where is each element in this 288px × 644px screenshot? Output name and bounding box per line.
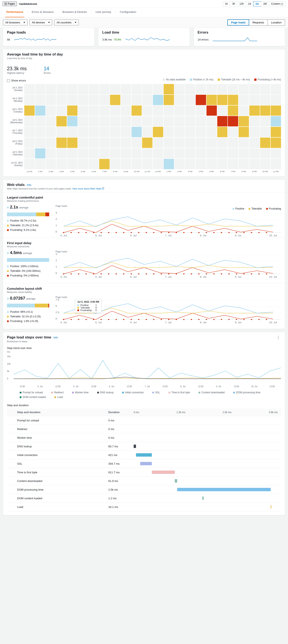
heatmap-cell[interactable] <box>249 148 260 159</box>
heatmap-cell[interactable] <box>121 127 131 137</box>
heatmap-cell[interactable] <box>196 148 206 159</box>
heatmap-cell[interactable] <box>217 116 228 126</box>
heatmap-cell[interactable] <box>132 138 142 148</box>
heatmap-cell[interactable] <box>142 159 152 169</box>
tab-browsers-devices[interactable]: Browsers & Devices <box>61 8 88 17</box>
heatmap-cell[interactable] <box>110 84 120 94</box>
segment-page-loads[interactable]: Page loads <box>227 20 249 26</box>
heatmap-cell[interactable] <box>185 148 195 159</box>
heatmap-cell[interactable] <box>239 159 249 169</box>
heatmap-cell[interactable] <box>24 116 35 126</box>
heatmap-cell[interactable] <box>132 116 142 126</box>
heatmap-cell[interactable] <box>239 106 249 116</box>
heatmap-cell[interactable] <box>174 127 185 137</box>
heatmap-cell[interactable] <box>217 106 228 116</box>
kebab-menu-icon[interactable]: ⋮ <box>275 335 281 340</box>
heatmap-cell[interactable] <box>46 159 56 169</box>
tab-configuration[interactable]: Configuration <box>119 8 137 17</box>
heatmap-cell[interactable] <box>228 127 238 137</box>
heatmap-cell[interactable] <box>35 116 45 126</box>
heatmap-cell[interactable] <box>35 159 45 169</box>
heatmap-cell[interactable] <box>67 95 78 105</box>
heatmap-cell[interactable] <box>89 116 99 126</box>
heatmap-cell[interactable] <box>196 95 206 105</box>
heatmap-cell[interactable] <box>206 95 217 105</box>
countries-dropdown[interactable]: All countries <box>54 20 79 25</box>
info-link[interactable]: Info <box>27 183 32 186</box>
heatmap-cell[interactable] <box>35 84 45 94</box>
heatmap-cell[interactable] <box>142 106 152 116</box>
pages-button[interactable]: Pages <box>3 2 17 6</box>
heatmap-cell[interactable] <box>271 106 281 116</box>
heatmap-cell[interactable] <box>217 127 228 137</box>
heatmap-cell[interactable] <box>239 127 249 137</box>
heatmap-cell[interactable] <box>142 95 152 105</box>
heatmap-cell[interactable] <box>142 138 152 148</box>
heatmap-cell[interactable] <box>174 159 185 169</box>
heatmap-cell[interactable] <box>110 148 120 159</box>
heatmap-cell[interactable] <box>271 159 281 169</box>
tab-performance[interactable]: Performance <box>5 8 24 17</box>
heatmap-cell[interactable] <box>56 127 67 137</box>
heatmap-cell[interactable] <box>46 138 56 148</box>
heatmap-cell[interactable] <box>110 95 120 105</box>
heatmap-cell[interactable] <box>185 106 195 116</box>
time-3h[interactable]: 3h <box>230 1 237 6</box>
heatmap-cell[interactable] <box>239 138 249 148</box>
heatmap-cell[interactable] <box>78 127 88 137</box>
heatmap-cell[interactable] <box>174 106 185 116</box>
heatmap-cell[interactable] <box>89 138 99 148</box>
heatmap-cell[interactable] <box>67 138 78 148</box>
heatmap-cell[interactable] <box>46 106 56 116</box>
heatmap-cell[interactable] <box>164 159 174 169</box>
heatmap-cell[interactable] <box>67 159 78 169</box>
heatmap-cell[interactable] <box>196 138 206 148</box>
heatmap-cell[interactable] <box>46 84 56 94</box>
heatmap-cell[interactable] <box>206 106 217 116</box>
heatmap-cell[interactable] <box>56 148 67 159</box>
heatmap-cell[interactable] <box>239 116 249 126</box>
heatmap-cell[interactable] <box>164 148 174 159</box>
heatmap-cell[interactable] <box>99 148 110 159</box>
heatmap-cell[interactable] <box>206 148 217 159</box>
heatmap-cell[interactable] <box>67 148 78 159</box>
heatmap-cell[interactable] <box>121 148 131 159</box>
heatmap-cell[interactable] <box>271 95 281 105</box>
heatmap-cell[interactable] <box>78 159 88 169</box>
heatmap-cell[interactable] <box>99 116 110 126</box>
heatmap-cell[interactable] <box>217 95 228 105</box>
heatmap-cell[interactable] <box>99 95 110 105</box>
heatmap-cell[interactable] <box>153 127 163 137</box>
heatmap-cell[interactable] <box>89 148 99 159</box>
browsers-dropdown[interactable]: All browsers <box>3 20 28 25</box>
heatmap-cell[interactable] <box>142 127 152 137</box>
heatmap-cell[interactable] <box>174 148 185 159</box>
heatmap-cell[interactable] <box>260 84 270 94</box>
heatmap-cell[interactable] <box>206 127 217 137</box>
heatmap-cell[interactable] <box>78 116 88 126</box>
heatmap-cell[interactable] <box>110 116 120 126</box>
heatmap-cell[interactable] <box>185 159 195 169</box>
heatmap-cell[interactable] <box>228 84 238 94</box>
errors-link[interactable]: 14 <box>44 66 51 72</box>
heatmap-cell[interactable] <box>35 95 45 105</box>
heatmap-cell[interactable] <box>46 148 56 159</box>
heatmap-cell[interactable] <box>164 138 174 148</box>
heatmap-cell[interactable] <box>67 116 78 126</box>
heatmap-cell[interactable] <box>46 95 56 105</box>
heatmap-cell[interactable] <box>174 84 185 94</box>
heatmap-cell[interactable] <box>24 95 35 105</box>
heatmap-cell[interactable] <box>78 138 88 148</box>
heatmap-cell[interactable] <box>56 84 67 94</box>
heatmap-cell[interactable] <box>89 127 99 137</box>
time-12h[interactable]: 12h <box>237 1 246 6</box>
heatmap-cell[interactable] <box>249 138 260 148</box>
heatmap-cell[interactable] <box>24 84 35 94</box>
tab-user-journey[interactable]: User journey <box>94 8 113 17</box>
heatmap-cell[interactable] <box>249 84 260 94</box>
heatmap-cell[interactable] <box>24 148 35 159</box>
heatmap-cell[interactable] <box>153 84 163 94</box>
heatmap-cell[interactable] <box>239 84 249 94</box>
heatmap-cell[interactable] <box>46 116 56 126</box>
heatmap-cell[interactable] <box>174 138 185 148</box>
